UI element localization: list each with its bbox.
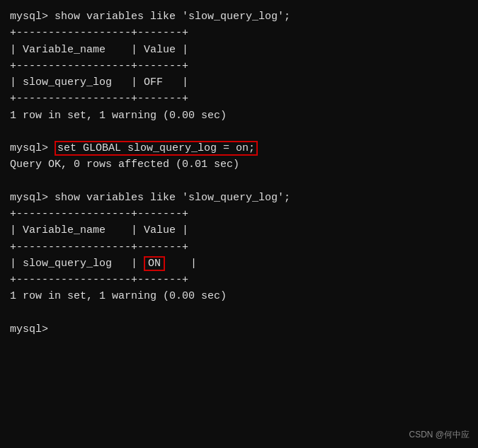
command-highlight: set GLOBAL slow_query_log = on; (55, 141, 258, 156)
line-17: +------------------+-------+ (10, 272, 468, 288)
line-2: +------------------+-------+ (10, 25, 468, 41)
line-11 (10, 173, 468, 190)
line-18: 1 row in set, 1 warning (0.00 sec) (10, 288, 468, 304)
line-12: mysql> show variables like 'slow_query_l… (10, 190, 468, 206)
line-20: mysql> (10, 321, 468, 338)
line-15: +------------------+-------+ (10, 239, 468, 255)
line-7: 1 row in set, 1 warning (0.00 sec) (10, 108, 468, 124)
line-3: | Variable_name | Value | (10, 42, 468, 58)
watermark: CSDN @何中应 (409, 429, 470, 441)
line-6: +------------------+-------+ (10, 91, 468, 107)
line-14: | Variable_name | Value | (10, 222, 468, 239)
line-9: mysql> set GLOBAL slow_query_log = on; (10, 140, 468, 156)
line-13: +------------------+-------+ (10, 206, 468, 222)
line-19 (10, 305, 468, 321)
line-16: | slow_query_log | ON | (10, 255, 468, 272)
line-5: | slow_query_log | OFF | (10, 74, 468, 91)
line-1: mysql> show variables like 'slow_query_l… (10, 8, 468, 25)
line-10: Query OK, 0 rows affected (0.01 sec) (10, 156, 468, 173)
terminal: mysql> show variables like 'slow_query_l… (0, 0, 478, 448)
line-4: +------------------+-------+ (10, 58, 468, 74)
on-value-highlight: ON (144, 256, 165, 271)
line-8 (10, 124, 468, 140)
